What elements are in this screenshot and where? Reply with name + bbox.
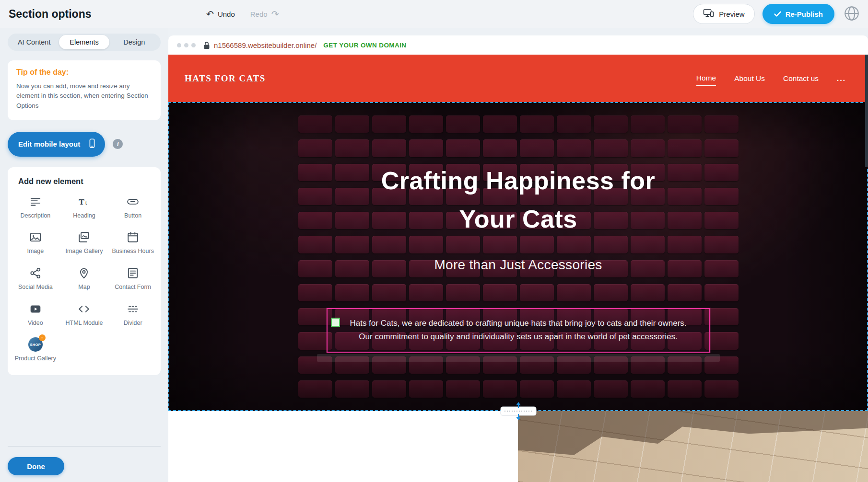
element-label: Business Hours [112, 248, 154, 255]
globe-button[interactable] [842, 4, 861, 23]
devices-icon [703, 9, 714, 19]
tile [704, 380, 739, 398]
hero-text: Crafting Happiness for Your Cats More th… [169, 161, 867, 273]
sidebar-divider [8, 446, 161, 447]
tile [446, 380, 480, 398]
hero-paragraph: Hats for Cats, we are dedicated to craft… [330, 317, 706, 343]
element-label: Video [28, 320, 43, 327]
sidebar-tabs: AI ContentElementsDesign [8, 34, 161, 51]
republish-button[interactable]: Re-Publish [762, 4, 834, 24]
element-social-media[interactable]: Social Media [12, 266, 59, 291]
nav-more[interactable]: ... [837, 71, 846, 86]
tile [372, 380, 406, 398]
tile [372, 139, 406, 157]
tile [335, 284, 369, 301]
element-video[interactable]: Video [12, 302, 59, 327]
redo-icon: ↷ [271, 10, 279, 19]
tip-title: Tip of the day: [16, 68, 152, 77]
tile [298, 139, 332, 157]
tile [446, 284, 480, 301]
hero-heading[interactable]: Crafting Happiness for Your Cats [169, 161, 867, 238]
hero-subheading[interactable]: More than Just Accessories [169, 257, 867, 273]
app: Section options ↶ Undo Redo ↷ Preview [0, 0, 868, 482]
topbar-actions: Preview Re-Publish [693, 4, 861, 24]
tip-card: Tip of the day: Now you can add, move an… [8, 60, 161, 120]
element-button[interactable]: Button [109, 195, 157, 220]
nav-contact-us[interactable]: Contact us [783, 71, 819, 86]
undo-button[interactable]: ↶ Undo [206, 10, 235, 19]
globe-icon [843, 5, 860, 23]
sidebar-spacer [8, 375, 161, 446]
element-business-hours[interactable]: Business Hours [109, 230, 157, 255]
product-gallery-icon: SHOP↑ [28, 337, 43, 352]
edit-mobile-layout-button[interactable]: Edit mobile layout [8, 132, 105, 157]
description-icon [29, 195, 42, 209]
social-media-icon [29, 266, 42, 280]
image-gallery-icon [78, 230, 90, 244]
preview-label: Preview [719, 10, 744, 18]
redo-label: Redo [250, 10, 268, 18]
divider-icon [127, 302, 139, 316]
done-button[interactable]: Done [8, 457, 64, 475]
element-image-gallery[interactable]: Image Gallery [60, 230, 108, 255]
tile [372, 284, 406, 301]
nav-home[interactable]: Home [696, 71, 716, 86]
tile [483, 284, 517, 301]
tab-design[interactable]: Design [109, 35, 159, 49]
element-description[interactable]: Description [12, 195, 59, 220]
nav-about-us[interactable]: About Us [734, 71, 765, 86]
redo-button[interactable]: Redo ↷ [250, 10, 279, 19]
element-divider[interactable]: Divider [109, 302, 157, 327]
paragraph-line: Hats for Cats, we are dedicated to craft… [330, 317, 706, 330]
info-icon[interactable]: i [113, 139, 123, 149]
contact-form-icon [127, 266, 139, 280]
heading-line: Crafting Happiness for [169, 161, 867, 200]
tab-elements[interactable]: Elements [59, 35, 109, 49]
tile [594, 139, 628, 157]
tile [668, 380, 702, 398]
element-product-gallery[interactable]: SHOP↑Product Gallery [12, 337, 59, 363]
element-label: Heading [73, 212, 95, 220]
drag-handle-green[interactable] [331, 318, 340, 327]
add-element-title: Add new element [18, 177, 157, 186]
element-map[interactable]: Map [60, 266, 108, 291]
body-row: AI ContentElementsDesign Tip of the day:… [0, 28, 868, 482]
element-contact-form[interactable]: Contact Form [109, 266, 157, 291]
tile [298, 284, 332, 301]
tile [557, 380, 591, 398]
hero-section[interactable]: Crafting Happiness for Your Cats More th… [168, 102, 868, 411]
tile [520, 139, 554, 157]
tile [631, 139, 665, 157]
tile [483, 380, 517, 398]
history-controls: ↶ Undo Redo ↷ [206, 0, 279, 28]
tile [631, 115, 665, 133]
tile [557, 115, 591, 133]
scrollbar-thumb[interactable] [865, 55, 868, 167]
get-domain-link[interactable]: GET YOUR OWN DOMAIN [323, 42, 406, 49]
element-label: Social Media [18, 284, 53, 291]
element-label: Image Gallery [66, 248, 103, 255]
element-ghost-bar [317, 354, 720, 362]
element-heading[interactable]: TtHeading [60, 195, 108, 220]
selected-text-element[interactable]: Hats for Cats, we are dedicated to craft… [327, 308, 710, 353]
tile [594, 284, 628, 301]
element-label: HTML Module [65, 320, 103, 327]
site-url: n1566589.websitebuilder.online/ [214, 41, 317, 49]
tab-ai-content[interactable]: AI Content [9, 35, 59, 49]
tip-body: Now you can add, move and resize any ele… [16, 81, 152, 111]
element-html-module[interactable]: HTML Module [60, 302, 108, 327]
sidebar: AI ContentElementsDesign Tip of the day:… [0, 28, 168, 482]
element-label: Contact Form [115, 284, 151, 291]
element-image[interactable]: Image [12, 230, 59, 255]
site-preview: HATS FOR CATS HomeAbout UsContact us... … [168, 55, 868, 482]
tile [335, 139, 369, 157]
tile [631, 380, 665, 398]
section-resize-handle[interactable] [497, 402, 540, 421]
heading-icon: Tt [78, 195, 90, 209]
add-element-card: Add new element DescriptionTtHeadingButt… [8, 167, 161, 375]
element-label: Product Gallery [15, 355, 56, 363]
preview-button[interactable]: Preview [693, 4, 754, 24]
element-label: Divider [124, 320, 142, 327]
page-title: Section options [9, 8, 92, 21]
element-label: Map [78, 284, 90, 291]
